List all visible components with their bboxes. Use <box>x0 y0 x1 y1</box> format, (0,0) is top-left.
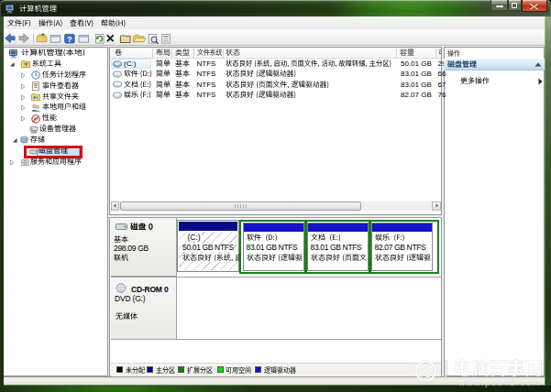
svg-text:?: ? <box>67 34 72 43</box>
